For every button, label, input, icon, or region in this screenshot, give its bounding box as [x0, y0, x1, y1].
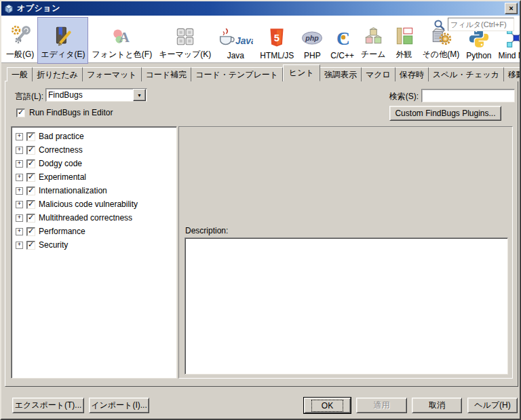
ok-button[interactable]: OK — [304, 398, 351, 413]
checkbox-checked-icon[interactable] — [26, 227, 35, 236]
tree-item-label[interactable]: Correctness — [39, 145, 83, 155]
expand-icon[interactable] — [16, 228, 23, 235]
tab-formatting[interactable]: フォーマット — [83, 67, 141, 81]
checkbox-checked-icon[interactable] — [26, 200, 35, 209]
checkbox-checked-icon[interactable] — [26, 159, 35, 168]
import-button[interactable]: インポート(I)... — [89, 398, 149, 413]
tree-row[interactable]: Experimental — [16, 170, 176, 184]
tree-row[interactable]: Security — [16, 238, 176, 252]
tab-spellchecker[interactable]: スペル・チェッカ — [429, 67, 504, 81]
appearance-blocks-icon — [393, 24, 416, 48]
toolbar-item-php[interactable]: php PHP — [297, 17, 327, 64]
tree-row[interactable]: Bad practice — [16, 130, 176, 143]
expand-icon[interactable] — [16, 201, 23, 208]
language-label: 言語(L): — [15, 91, 43, 102]
search-label: 検索(S): — [389, 91, 419, 102]
toolbar-item-team[interactable]: チーム — [358, 17, 389, 64]
checkbox-checked-icon[interactable] — [26, 173, 35, 182]
toolbar-item-label: C/C++ — [330, 51, 354, 60]
toolbar-item-label: 一般(G) — [6, 49, 34, 60]
description-textarea[interactable] — [185, 237, 508, 375]
checkbox-checked-icon[interactable] — [16, 109, 25, 117]
gears-wrench-icon — [9, 24, 32, 48]
toolbar-item-htmljs[interactable]: 5 HTML/JS — [256, 17, 297, 64]
custom-findbugs-plugins-button[interactable]: Custom FindBugs Plugins... — [389, 106, 501, 121]
options-cube-icon — [3, 3, 14, 14]
ok-button-label: OK — [311, 400, 343, 412]
export-button[interactable]: エクスポート(T)... — [12, 398, 84, 413]
chevron-down-icon[interactable] — [133, 89, 146, 101]
toolbar-item-label: 外観 — [396, 49, 412, 60]
expand-icon[interactable] — [16, 147, 23, 154]
tree-row[interactable]: Performance — [16, 225, 176, 238]
tree-row[interactable]: Dodgy code — [16, 157, 176, 170]
expand-icon[interactable] — [16, 160, 23, 168]
run-findbugs-checkbox-row[interactable]: Run FindBugs in Editor — [16, 108, 113, 117]
tree-item-label[interactable]: Experimental — [39, 172, 86, 182]
toolbar-item-java[interactable]: Java Java — [214, 17, 256, 64]
search-icon — [433, 19, 445, 31]
tree-item-label[interactable]: Bad practice — [39, 132, 84, 141]
tree-row[interactable]: Correctness — [16, 143, 176, 157]
help-button[interactable]: ヘルプ(H) — [467, 398, 518, 413]
expand-icon[interactable] — [16, 174, 23, 181]
toolbar-item-fonts-colors[interactable]: A フォントと色(F) — [88, 17, 155, 64]
tree-row[interactable]: Malicious code vulnerability — [16, 197, 176, 211]
tree-item-label[interactable]: Dodgy code — [39, 159, 82, 168]
toolbar-item-editor[interactable]: エディタ(E) — [37, 17, 88, 64]
toolbar-item-cpp[interactable]: C C/C++ — [327, 17, 358, 64]
tab-hints[interactable]: ヒント — [283, 64, 320, 81]
hint-search-input[interactable] — [421, 89, 515, 102]
titlebar[interactable]: オプション × — [1, 1, 520, 16]
team-cubes-icon — [362, 24, 385, 48]
filter-input[interactable] — [448, 18, 514, 31]
tree-item-label[interactable]: Multithreaded correctness — [39, 213, 132, 223]
c-logo-icon: C — [331, 26, 354, 50]
tab-on-save[interactable]: 保存時 — [395, 67, 429, 81]
description-label: Description: — [185, 226, 228, 235]
language-combobox[interactable]: FindBugs — [45, 88, 147, 102]
toolbar-item-label: Mind Map — [499, 51, 521, 60]
tab-macros[interactable]: マクロ — [362, 67, 395, 81]
expand-icon[interactable] — [16, 242, 23, 249]
tree-item-label[interactable]: Security — [39, 240, 68, 250]
palette-icon: A — [111, 24, 134, 48]
toolbar-item-label: エディタ(E) — [41, 49, 85, 60]
tree-row[interactable]: Multithreaded correctness — [16, 211, 176, 225]
tab-folding[interactable]: 折りたたみ — [33, 67, 83, 81]
cancel-button[interactable]: 取消 — [412, 398, 462, 413]
toolbar-item-keymap[interactable]: キーマップ(K) — [155, 17, 214, 64]
tab-go-to[interactable]: 移動 — [504, 67, 521, 81]
editor-tabstrip: 一般 折りたたみ フォーマット コード補完 コード・テンプレート ヒント 強調表… — [7, 70, 521, 81]
close-icon[interactable]: × — [505, 3, 518, 14]
expand-icon[interactable] — [16, 187, 23, 195]
tab-general[interactable]: 一般 — [7, 67, 33, 81]
tree-item-label[interactable]: Performance — [39, 227, 85, 236]
svg-text:Java: Java — [235, 35, 253, 46]
apply-button[interactable]: 適用 — [356, 398, 407, 413]
checkbox-checked-icon[interactable] — [26, 132, 35, 141]
toolbar-item-general[interactable]: 一般(G) — [3, 17, 37, 64]
checkbox-checked-icon[interactable] — [26, 241, 35, 250]
checkbox-checked-icon[interactable] — [26, 187, 35, 195]
checkbox-checked-icon[interactable] — [26, 214, 35, 223]
tab-highlighting[interactable]: 強調表示 — [320, 67, 362, 81]
html5-shield-icon: 5 — [265, 26, 288, 50]
svg-text:5: 5 — [274, 33, 279, 43]
tab-code-completion[interactable]: コード補完 — [142, 67, 192, 81]
options-dialog: オプション × 一般(G) エディタ(E) A フォントと色(F) キー — [0, 0, 521, 420]
toolbar-item-label: Java — [227, 51, 244, 60]
toolbar-item-label: Python — [466, 51, 491, 60]
toolbar-item-label: HTML/JS — [260, 51, 294, 60]
findbugs-category-tree[interactable]: Bad practice Correctness Dodgy code Expe… — [11, 126, 177, 379]
expand-icon[interactable] — [16, 133, 23, 140]
tree-item-label[interactable]: Malicious code vulnerability — [39, 199, 138, 209]
toolbar-item-appearance[interactable]: 外観 — [389, 17, 419, 64]
expand-icon[interactable] — [16, 214, 23, 222]
hint-detail-panel: Description: — [178, 126, 513, 379]
tree-item-label[interactable]: Internationalization — [39, 186, 107, 195]
tab-code-templates[interactable]: コード・テンプレート — [191, 67, 283, 81]
toolbar-item-label: PHP — [304, 51, 321, 60]
checkbox-checked-icon[interactable] — [26, 146, 35, 155]
tree-row[interactable]: Internationalization — [16, 184, 176, 197]
